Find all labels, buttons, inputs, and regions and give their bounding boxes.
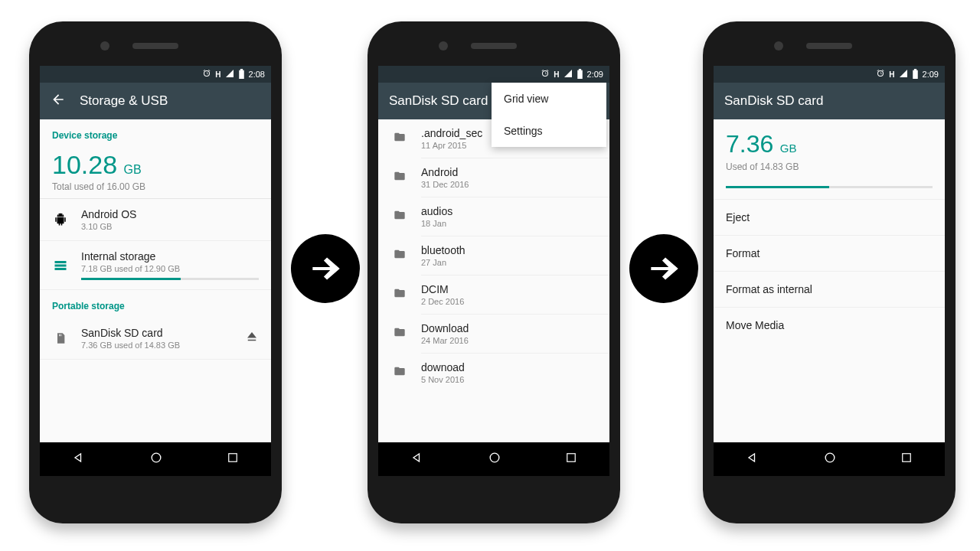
folder-icon xyxy=(392,209,407,224)
folder-row[interactable]: bluetooth27 Jan xyxy=(378,236,609,275)
option-eject[interactable]: Eject xyxy=(714,199,945,235)
nav-home-button[interactable] xyxy=(149,450,164,468)
back-button[interactable] xyxy=(51,92,66,111)
alarm-icon xyxy=(876,69,885,80)
eject-icon[interactable] xyxy=(245,330,259,347)
folder-icon xyxy=(392,131,407,146)
nav-home-button[interactable] xyxy=(487,450,502,468)
menu-settings[interactable]: Settings xyxy=(492,115,606,147)
used-value: 10.28 xyxy=(52,150,117,179)
row-title: Internal storage xyxy=(81,250,259,262)
nav-bar xyxy=(378,442,609,476)
network-type-label: H xyxy=(215,70,220,79)
sd-progress-fill xyxy=(726,186,829,188)
folder-name: .android_sec xyxy=(421,127,482,139)
internal-progress-fill xyxy=(81,278,181,280)
folder-name: Download xyxy=(421,322,469,334)
used-unit: GB xyxy=(780,142,797,155)
option-format[interactable]: Format xyxy=(714,235,945,271)
app-bar-title: SanDisk SD card xyxy=(389,93,488,109)
battery-icon xyxy=(238,69,245,80)
network-type-label: H xyxy=(889,70,894,79)
svg-point-4 xyxy=(825,453,835,462)
phone-storage-settings: H 2:08 Storage & USB Device storage 10.2… xyxy=(29,21,282,523)
status-time: 2:09 xyxy=(923,70,939,79)
folder-name: audios xyxy=(421,205,452,217)
folder-date: 18 Jan xyxy=(421,219,452,228)
step-arrow-icon xyxy=(291,234,360,303)
signal-icon xyxy=(225,69,234,80)
app-bar: Storage & USB xyxy=(40,83,271,119)
folder-date: 11 Apr 2015 xyxy=(421,141,482,150)
folder-icon xyxy=(392,326,407,341)
section-device-storage: Device storage xyxy=(40,119,271,147)
folder-name: DCIM xyxy=(421,283,464,295)
nav-recent-button[interactable] xyxy=(900,451,913,468)
folder-icon xyxy=(392,365,407,380)
nav-back-button[interactable] xyxy=(410,450,425,468)
folder-icon xyxy=(392,287,407,302)
svg-rect-5 xyxy=(903,454,911,462)
svg-rect-3 xyxy=(567,454,576,462)
menu-grid-view[interactable]: Grid view xyxy=(492,83,606,115)
phone-sd-settings: H 2:09 SanDisk SD card 7.36 GB Used of 1… xyxy=(703,21,956,523)
storage-icon xyxy=(52,259,69,272)
row-title: Android OS xyxy=(81,208,259,220)
status-bar: H 2:08 xyxy=(40,66,271,83)
folder-row[interactable]: audios18 Jan xyxy=(378,197,609,236)
folder-date: 31 Dec 2016 xyxy=(421,180,469,189)
sd-progress xyxy=(726,186,933,188)
folder-date: 27 Jan xyxy=(421,258,466,267)
section-portable-storage: Portable storage xyxy=(40,290,271,318)
app-bar-title: SanDisk SD card xyxy=(724,93,823,109)
status-bar: H 2:09 xyxy=(714,66,945,83)
total-used-block: 10.28 GB Total used of 16.00 GB xyxy=(40,147,271,199)
folder-name: downoad xyxy=(421,361,465,373)
folder-row[interactable]: Android31 Dec 2016 xyxy=(378,158,609,197)
status-time: 2:09 xyxy=(587,70,603,79)
nav-back-button[interactable] xyxy=(71,450,87,468)
status-time: 2:08 xyxy=(249,70,265,79)
used-subtext: Used of 14.83 GB xyxy=(726,161,933,172)
signal-icon xyxy=(899,69,908,80)
network-type-label: H xyxy=(554,70,559,79)
nav-home-button[interactable] xyxy=(822,450,838,468)
nav-recent-button[interactable] xyxy=(226,451,240,468)
alarm-icon xyxy=(202,69,211,80)
folder-name: bluetooth xyxy=(421,244,466,256)
internal-progress xyxy=(81,278,259,280)
app-bar: SanDisk SD card xyxy=(714,83,945,119)
status-bar: H 2:09 xyxy=(378,66,609,83)
folder-icon xyxy=(392,170,407,185)
svg-rect-1 xyxy=(229,454,237,462)
row-subtext: 7.18 GB used of 12.90 GB xyxy=(81,264,259,273)
folder-row[interactable]: downoad5 Nov 2016 xyxy=(378,354,609,392)
app-bar-title: Storage & USB xyxy=(80,93,168,109)
nav-recent-button[interactable] xyxy=(564,451,578,468)
phone-sd-file-list: H 2:09 SanDisk SD card .android_sec11 Ap… xyxy=(368,21,620,523)
row-internal-storage[interactable]: Internal storage 7.18 GB used of 12.90 G… xyxy=(40,241,271,290)
row-android-os[interactable]: Android OS 3.10 GB xyxy=(40,199,271,241)
folder-list: .android_sec11 Apr 2015Android31 Dec 201… xyxy=(378,119,609,442)
sd-card-icon xyxy=(52,331,69,345)
nav-bar xyxy=(40,442,271,476)
folder-date: 2 Dec 2016 xyxy=(421,297,464,306)
option-format-internal[interactable]: Format as internal xyxy=(714,271,945,307)
signal-icon xyxy=(564,69,573,80)
nav-back-button[interactable] xyxy=(745,450,760,468)
step-arrow-icon xyxy=(629,234,698,303)
option-move-media[interactable]: Move Media xyxy=(714,307,945,343)
alarm-icon xyxy=(541,69,550,80)
folder-name: Android xyxy=(421,166,469,178)
row-title: SanDisk SD card xyxy=(81,327,233,339)
used-subtext: Total used of 16.00 GB xyxy=(52,181,259,192)
folder-icon xyxy=(392,248,407,263)
row-sd-card[interactable]: SanDisk SD card 7.36 GB used of 14.83 GB xyxy=(40,318,271,360)
battery-icon xyxy=(577,69,583,80)
android-icon xyxy=(52,213,69,227)
folder-row[interactable]: Download24 Mar 2016 xyxy=(378,315,609,353)
folder-row[interactable]: DCIM2 Dec 2016 xyxy=(378,276,609,314)
folder-date: 24 Mar 2016 xyxy=(421,336,469,345)
battery-icon xyxy=(912,69,919,80)
used-unit: GB xyxy=(124,163,142,176)
